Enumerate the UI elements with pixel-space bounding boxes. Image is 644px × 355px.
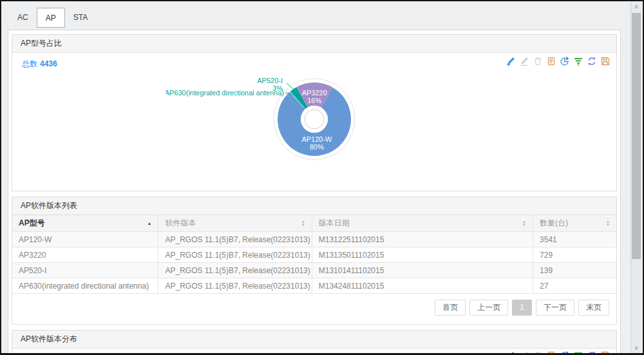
pie-chart-icon[interactable] bbox=[560, 350, 570, 355]
cell-model: AP3220 bbox=[12, 247, 158, 263]
panel-title: AP软件版本列表 bbox=[12, 197, 616, 215]
panel-title: AP型号占比 bbox=[12, 35, 616, 53]
chart-body: 总数4436 AP120-W80%AP3 bbox=[12, 53, 616, 191]
cell-model: AP120-W bbox=[12, 232, 158, 247]
column-header-software-version[interactable]: 软件版本▲▼ bbox=[158, 215, 312, 232]
cell-count: 27 bbox=[533, 278, 616, 294]
panel-ap-version-list: AP软件版本列表 AP型号▲ 软件版本▲▼ 版本日期▲▼ 数量(台)▲▼ AP1… bbox=[12, 197, 617, 325]
ap-model-donut-chart: AP120-W80%AP322016% AP520-I 3% AP630(int… bbox=[166, 53, 462, 169]
filter-icon[interactable] bbox=[573, 56, 583, 66]
pagination-current-page[interactable]: 1 bbox=[512, 300, 532, 316]
filter-icon[interactable] bbox=[573, 350, 583, 355]
pie-chart-icon[interactable] bbox=[560, 56, 570, 66]
panel-ap-model-share: AP型号占比 总数4436 bbox=[12, 34, 617, 191]
total-count: 总数4436 bbox=[22, 59, 57, 70]
delete-trash-icon bbox=[533, 350, 543, 355]
table-row: AP3220 AP_RGOS 11.1(5)B7, Release(022310… bbox=[12, 247, 616, 263]
table-row: AP630(integrated directional antenna) AP… bbox=[12, 278, 616, 294]
panel-title: AP软件版本分布 bbox=[12, 331, 616, 349]
column-label: 版本日期 bbox=[319, 218, 350, 229]
cell-software-version: AP_RGOS 11.1(5)B7, Release(02231013) bbox=[158, 278, 312, 294]
column-label: 数量(台) bbox=[540, 218, 568, 229]
content-container: AP型号占比 总数4436 bbox=[8, 30, 621, 353]
tab-ac[interactable]: AC bbox=[9, 8, 37, 28]
column-header-model[interactable]: AP型号▲ bbox=[12, 215, 158, 232]
total-value: 4436 bbox=[40, 59, 57, 68]
cell-software-version: AP_RGOS 11.1(5)B7, Release(02231013) bbox=[158, 247, 312, 263]
sort-asc-icon: ▲ bbox=[147, 221, 152, 225]
sort-both-icon: ▲▼ bbox=[522, 220, 526, 227]
distribution-body bbox=[12, 349, 616, 355]
cell-count: 729 bbox=[533, 247, 616, 263]
distribution-toolbar bbox=[506, 350, 611, 355]
edit-icon bbox=[519, 56, 529, 66]
panel-ap-version-distribution: AP软件版本分布 bbox=[12, 330, 617, 355]
cell-software-version: AP_RGOS 11.1(5)B7, Release(02231013) bbox=[158, 263, 312, 278]
refresh-icon[interactable] bbox=[587, 56, 597, 66]
column-label: AP型号 bbox=[19, 218, 45, 229]
report-icon[interactable] bbox=[546, 56, 556, 66]
vertical-scrollbar[interactable]: ∧ ∨ bbox=[630, 1, 641, 353]
sort-both-icon: ▲▼ bbox=[301, 220, 305, 227]
pagination: 首页 上一页 1 下一页 末页 bbox=[12, 294, 616, 324]
table-row: AP520-I AP_RGOS 11.1(5)B7, Release(02231… bbox=[12, 263, 616, 278]
callout-label-ap630-name: AP630(integrated directional antenna) bbox=[166, 89, 284, 97]
total-label: 总数 bbox=[22, 59, 37, 68]
top-tab-bar: AC AP STA bbox=[9, 8, 96, 28]
table-row: AP120-W AP_RGOS 11.1(5)B7, Release(02231… bbox=[12, 232, 616, 247]
cell-version-date: M13135011102015 bbox=[312, 247, 533, 263]
cell-model: AP520-I bbox=[12, 263, 158, 278]
callout-label-ap520-name: AP520-I bbox=[257, 77, 283, 84]
app-window: AC AP STA AP型号占比 总数4436 bbox=[0, 0, 644, 355]
sort-both-icon: ▲▼ bbox=[606, 220, 610, 227]
pagination-next-button[interactable]: 下一页 bbox=[536, 300, 574, 316]
cell-version-date: M13122511102015 bbox=[312, 232, 533, 247]
edit-icon bbox=[519, 350, 529, 355]
pagination-last-button[interactable]: 末页 bbox=[578, 300, 609, 316]
version-table: AP型号▲ 软件版本▲▼ 版本日期▲▼ 数量(台)▲▼ AP120-W AP_R… bbox=[12, 215, 616, 294]
table-header-row: AP型号▲ 软件版本▲▼ 版本日期▲▼ 数量(台)▲▼ bbox=[12, 215, 616, 232]
tab-ap[interactable]: AP bbox=[37, 8, 65, 28]
scroll-up-icon[interactable]: ∧ bbox=[631, 1, 641, 12]
scroll-down-icon[interactable]: ∨ bbox=[631, 343, 641, 353]
pagination-first-button[interactable]: 首页 bbox=[435, 300, 466, 316]
column-label: 软件版本 bbox=[165, 218, 196, 229]
report-icon[interactable] bbox=[546, 350, 556, 355]
edit-add-icon[interactable] bbox=[506, 350, 516, 355]
pagination-prev-button[interactable]: 上一页 bbox=[469, 300, 508, 316]
save-icon[interactable] bbox=[600, 350, 611, 355]
refresh-icon[interactable] bbox=[587, 350, 597, 355]
column-header-count[interactable]: 数量(台)▲▼ bbox=[533, 215, 616, 232]
cell-version-date: M13424811102015 bbox=[312, 278, 533, 294]
cell-count: 3541 bbox=[533, 232, 616, 247]
tab-sta[interactable]: STA bbox=[65, 8, 96, 28]
cell-software-version: AP_RGOS 11.1(5)B7, Release(02231013) bbox=[158, 232, 312, 247]
scrollbar-thumb[interactable] bbox=[632, 13, 641, 259]
chart-toolbar bbox=[506, 56, 611, 66]
edit-add-icon[interactable] bbox=[506, 56, 516, 66]
column-header-version-date[interactable]: 版本日期▲▼ bbox=[312, 215, 533, 232]
cell-model: AP630(integrated directional antenna) bbox=[12, 278, 158, 294]
cell-version-date: M13101411102015 bbox=[312, 263, 533, 278]
delete-trash-icon bbox=[533, 56, 543, 66]
cell-count: 139 bbox=[533, 263, 616, 278]
save-icon[interactable] bbox=[600, 56, 611, 66]
